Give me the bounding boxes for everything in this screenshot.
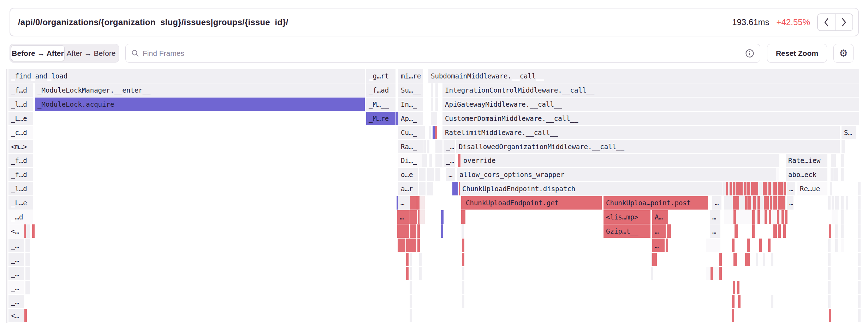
flame-frame[interactable]: DisallowedOrganizationMiddleware.__call_… (456, 140, 840, 153)
flame-frame[interactable]: … (446, 168, 455, 181)
flame-frame[interactable] (431, 98, 433, 111)
flame-frame[interactable]: _… (8, 253, 24, 266)
flame-frame[interactable] (858, 182, 861, 195)
flame-frame[interactable] (776, 168, 779, 181)
flame-frame[interactable] (651, 267, 653, 280)
flame-frame[interactable] (842, 140, 845, 153)
flame-frame[interactable] (858, 196, 861, 210)
flame-frame[interactable] (463, 210, 465, 224)
flame-frame[interactable] (780, 196, 785, 210)
flame-frame[interactable] (423, 140, 426, 153)
flame-frame[interactable] (733, 196, 739, 210)
flame-frame[interactable] (419, 253, 422, 266)
flame-frame[interactable] (832, 210, 838, 224)
flame-frame[interactable]: _… (444, 154, 455, 167)
flame-frame[interactable]: Su…__ (398, 83, 423, 97)
flame-frame[interactable] (733, 253, 737, 266)
flame-frame[interactable]: ChunkUploadEndpoint.dispatch (460, 182, 723, 195)
flame-frame[interactable] (732, 309, 734, 322)
flame-frame[interactable] (25, 267, 30, 280)
flame-frame[interactable]: override (461, 154, 779, 167)
flame-frame[interactable] (771, 295, 773, 308)
flame-frame[interactable] (763, 182, 767, 195)
flame-frame[interactable]: ApiGatewayMiddleware.__call__ (442, 98, 859, 111)
flame-frame[interactable] (858, 267, 861, 280)
flame-frame[interactable] (745, 196, 748, 210)
flame-frame[interactable] (429, 126, 431, 139)
flame-frame[interactable] (828, 267, 831, 280)
flame-frame[interactable] (666, 239, 668, 252)
flame-frame[interactable]: _…d (8, 210, 33, 224)
flame-frame[interactable] (435, 126, 437, 139)
flame-frame[interactable] (410, 267, 412, 280)
flame-frame[interactable]: CustomerDomainMiddleware.__call__ (442, 112, 859, 125)
flame-frame[interactable] (417, 239, 420, 252)
flame-frame[interactable]: <… (8, 224, 24, 238)
flame-frame[interactable] (768, 182, 771, 195)
flame-frame[interactable] (435, 83, 438, 97)
flame-frame[interactable] (841, 168, 844, 181)
flame-frame[interactable]: _… (8, 267, 24, 280)
flame-frame[interactable] (427, 140, 429, 153)
flame-frame[interactable] (829, 224, 831, 238)
flame-frame[interactable] (778, 224, 781, 238)
flame-frame[interactable]: _l…d (8, 98, 33, 111)
flame-frame[interactable] (711, 267, 713, 280)
flame-frame[interactable]: … (398, 196, 410, 210)
flame-frame[interactable] (828, 239, 831, 252)
flame-frame[interactable] (858, 239, 861, 252)
flame-frame[interactable] (26, 224, 30, 238)
flame-frame[interactable] (828, 295, 831, 308)
flame-frame[interactable] (441, 210, 444, 224)
flame-frame[interactable] (719, 253, 722, 266)
flame-frame[interactable] (422, 126, 425, 139)
flame-frame[interactable] (719, 267, 722, 280)
flame-frame[interactable] (780, 182, 783, 195)
flame-frame[interactable] (759, 239, 762, 252)
flame-frame[interactable] (828, 281, 831, 294)
flame-frame[interactable] (24, 309, 27, 322)
flame-frame[interactable] (835, 224, 838, 238)
flame-frame[interactable] (737, 281, 739, 294)
flame-frame[interactable]: Ap…_ (398, 112, 423, 125)
flame-frame[interactable] (747, 182, 750, 195)
flame-frame[interactable]: … (710, 210, 720, 224)
flame-frame[interactable]: Re…ue (797, 182, 827, 195)
flame-frame[interactable] (835, 196, 839, 210)
flame-frame[interactable] (841, 196, 844, 210)
flame-frame[interactable] (753, 182, 758, 195)
flame-frame[interactable]: _… (444, 140, 455, 153)
flame-frame[interactable] (407, 224, 409, 238)
flame-frame[interactable] (462, 267, 464, 280)
flame-frame[interactable] (832, 196, 834, 210)
flame-frame[interactable] (435, 168, 438, 181)
flame-frame[interactable] (858, 224, 861, 238)
flame-frame[interactable]: _f…d (8, 168, 33, 181)
flame-frame[interactable] (419, 182, 426, 195)
flame-frame[interactable] (858, 309, 861, 322)
flame-frame[interactable] (768, 239, 771, 252)
flame-frame[interactable] (706, 239, 720, 252)
flamegraph-canvas[interactable]: _find_and_load_g…rtmi…reSubdomainMiddlew… (0, 0, 868, 323)
flame-frame[interactable] (422, 154, 425, 167)
flame-frame[interactable] (770, 196, 772, 210)
flame-frame[interactable]: _l…d (8, 182, 33, 195)
flame-frame[interactable] (410, 253, 412, 266)
flame-frame[interactable] (668, 224, 671, 238)
flame-frame[interactable]: Gzip…t__ (604, 224, 650, 238)
flame-frame[interactable] (730, 182, 732, 195)
flame-frame[interactable] (732, 295, 735, 308)
flame-frame[interactable] (769, 210, 771, 224)
flame-frame[interactable]: … (397, 210, 410, 224)
flame-frame[interactable] (828, 196, 831, 210)
flame-frame[interactable] (25, 239, 30, 252)
flame-frame[interactable] (406, 253, 409, 266)
flame-frame[interactable] (829, 309, 831, 322)
flame-frame[interactable] (778, 196, 780, 210)
flame-frame[interactable] (410, 281, 412, 294)
flame-frame[interactable] (748, 196, 751, 210)
flame-frame[interactable]: mi…re (398, 69, 423, 83)
flame-frame[interactable] (747, 239, 750, 252)
flame-frame[interactable] (419, 267, 422, 280)
flame-frame[interactable] (462, 281, 464, 294)
